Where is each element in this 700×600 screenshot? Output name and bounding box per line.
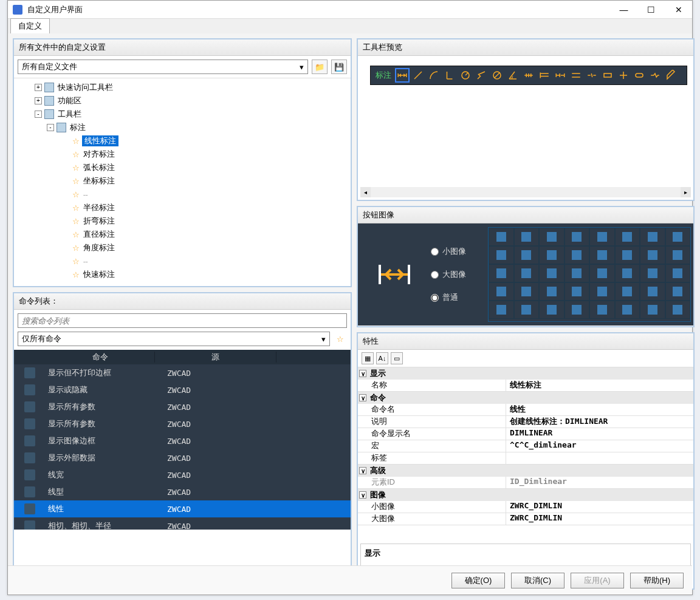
property-row[interactable]: 大图像ZWRC_DIMLIN	[358, 513, 693, 525]
command-row[interactable]: 显示但不打印边框ZWCAD	[14, 364, 351, 381]
image-cell[interactable]	[665, 228, 691, 246]
customizations-tree[interactable]: +快速访问工具栏+功能区-工具栏-标注☆ 线性标注☆ 对齐标注☆ 弧长标注☆ 坐…	[14, 78, 351, 282]
image-library-grid[interactable]	[488, 227, 691, 322]
dim-break-icon[interactable]	[585, 68, 599, 83]
tree-item[interactable]: ☆ 对齐标注	[16, 148, 348, 161]
image-cell[interactable]	[564, 228, 590, 246]
command-row[interactable]: 显示所有参数ZWCAD	[14, 415, 351, 432]
property-row[interactable]: 说明创建线性标注：DIMLINEAR	[358, 416, 693, 428]
property-category[interactable]: ∨命令	[358, 392, 693, 404]
dim-radius-icon[interactable]	[458, 68, 473, 83]
dim-baseline-icon[interactable]	[537, 68, 552, 83]
image-cell[interactable]	[564, 246, 590, 264]
dim-diameter-icon[interactable]	[490, 68, 504, 83]
dim-angular-icon[interactable]	[506, 68, 520, 83]
command-row[interactable]: 显示图像边框ZWCAD	[14, 432, 351, 449]
image-cell[interactable]	[489, 264, 514, 282]
cui-file-combo[interactable]: 所有自定义文件 ▾	[18, 60, 308, 74]
property-row[interactable]: 标签	[358, 452, 693, 465]
property-category[interactable]: ∨高级	[358, 465, 693, 477]
image-cell[interactable]	[564, 282, 590, 301]
image-cell[interactable]	[665, 282, 691, 301]
tree-item[interactable]: ☆ 直径标注	[16, 228, 348, 241]
scroll-left-icon[interactable]: ◂	[360, 187, 371, 197]
property-pages-button[interactable]: ▭	[391, 352, 403, 364]
categorized-button[interactable]: ▦	[362, 352, 374, 364]
maximize-button[interactable]: ☐	[637, 1, 665, 19]
image-cell[interactable]	[489, 228, 514, 246]
image-cell[interactable]	[640, 282, 665, 301]
tab-customize[interactable]: 自定义	[10, 18, 50, 33]
image-cell[interactable]	[615, 282, 640, 301]
image-cell[interactable]	[514, 264, 540, 282]
property-row[interactable]: 小图像ZWRC_DIMLIN	[358, 501, 693, 513]
property-row[interactable]: 名称线性标注	[358, 380, 693, 392]
image-cell[interactable]	[564, 264, 590, 282]
image-cell[interactable]	[589, 301, 615, 319]
dim-tolerance-icon[interactable]	[600, 68, 615, 83]
image-cell[interactable]	[615, 228, 640, 246]
alphabetical-button[interactable]: A↓	[376, 352, 388, 364]
command-table[interactable]: 命令 源 显示但不打印边框ZWCAD显示或隐藏ZWCAD显示所有参数ZWCAD显…	[14, 350, 351, 530]
image-cell[interactable]	[665, 246, 691, 264]
image-cell[interactable]	[539, 264, 564, 282]
tree-item[interactable]: ☆ 快速标注	[16, 268, 348, 281]
command-row[interactable]: 显示外部数据ZWCAD	[14, 449, 351, 466]
image-cell[interactable]	[615, 264, 640, 282]
image-cell[interactable]	[665, 264, 691, 282]
tree-node[interactable]: +功能区	[16, 94, 348, 107]
image-cell[interactable]	[489, 282, 514, 301]
command-search-input[interactable]	[18, 313, 347, 328]
image-cell[interactable]	[539, 282, 564, 301]
image-cell[interactable]	[665, 301, 691, 319]
dim-jog-line-icon[interactable]	[648, 68, 662, 83]
dim-continue-icon[interactable]	[553, 68, 568, 83]
image-cell[interactable]	[640, 228, 665, 246]
image-cell[interactable]	[539, 228, 564, 246]
radio-small[interactable]: 小图像	[431, 246, 486, 257]
dim-edit-icon[interactable]	[664, 68, 678, 83]
command-row[interactable]: 显示所有参数ZWCAD	[14, 398, 351, 415]
dim-arc-icon[interactable]	[427, 68, 441, 83]
dim-quick-icon[interactable]	[521, 68, 536, 83]
favorites-filter-button[interactable]: ☆	[334, 332, 347, 346]
close-button[interactable]: ✕	[665, 1, 692, 19]
tree-item[interactable]: ☆ 折弯标注	[16, 214, 348, 228]
command-filter-combo[interactable]: 仅所有命令 ▾	[18, 332, 330, 346]
scroll-right-icon[interactable]: ▸	[681, 187, 691, 197]
image-cell[interactable]	[640, 264, 665, 282]
tree-item[interactable]: ☆ - -	[16, 254, 348, 268]
command-row[interactable]: 相切、相切、半径ZWCAD	[14, 517, 351, 530]
property-row[interactable]: 元素IDID_Dimlinear	[358, 477, 693, 489]
radio-large[interactable]: 大图像	[431, 269, 486, 280]
tree-node[interactable]: +快速访问工具栏	[16, 81, 348, 94]
tree-item[interactable]: ☆ 角度标注	[16, 241, 348, 254]
dim-aligned-icon[interactable]	[411, 68, 425, 83]
radio-normal[interactable]: 普通	[431, 292, 486, 303]
tree-item[interactable]: ☆ 弧长标注	[16, 161, 348, 174]
dim-ordinate-icon[interactable]	[442, 68, 457, 83]
property-row[interactable]: 宏^C^C_dimlinear	[358, 440, 693, 452]
image-cell[interactable]	[514, 246, 540, 264]
tree-item[interactable]: ☆ - -	[16, 188, 348, 201]
command-row[interactable]: 显示或隐藏ZWCAD	[14, 381, 351, 398]
image-cell[interactable]	[615, 301, 640, 319]
tree-item[interactable]: ☆ 坐标标注	[16, 174, 348, 188]
tree-node[interactable]: -标注	[16, 121, 348, 134]
image-cell[interactable]	[589, 228, 615, 246]
tree-item[interactable]: ☆ 半径标注	[16, 201, 348, 214]
image-cell[interactable]	[489, 301, 514, 319]
preview-h-scrollbar[interactable]: ◂ ▸	[360, 187, 691, 197]
cancel-button[interactable]: 取消(C)	[511, 573, 564, 588]
image-cell[interactable]	[514, 301, 540, 319]
help-button[interactable]: 帮助(H)	[630, 573, 684, 588]
tree-node[interactable]: -工具栏	[16, 107, 348, 121]
command-row[interactable]: 线型ZWCAD	[14, 483, 351, 500]
apply-button[interactable]: 应用(A)	[571, 573, 624, 588]
image-cell[interactable]	[640, 246, 665, 264]
image-cell[interactable]	[539, 246, 564, 264]
tree-item[interactable]: ☆ 线性标注	[16, 134, 348, 148]
dim-space-icon[interactable]	[569, 68, 583, 83]
minimize-button[interactable]: ―	[610, 1, 637, 19]
image-cell[interactable]	[539, 301, 564, 319]
